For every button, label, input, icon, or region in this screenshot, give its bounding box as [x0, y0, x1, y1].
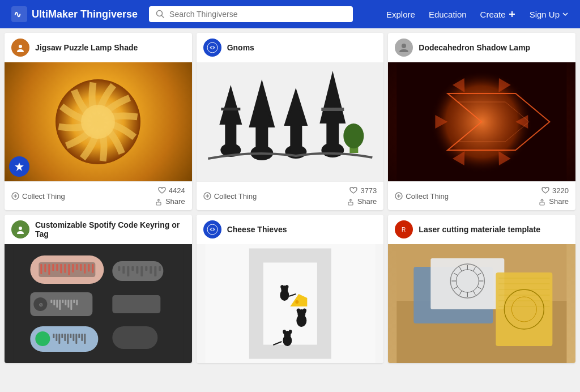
collect-button[interactable]: Collect Thing: [395, 192, 449, 201]
svg-point-38: [343, 123, 364, 148]
svg-rect-109: [127, 266, 129, 276]
svg-text:∿: ∿: [14, 10, 21, 19]
nav-explore[interactable]: Explore: [386, 10, 415, 19]
svg-rect-104: [81, 334, 83, 341]
share-row[interactable]: Share: [347, 197, 377, 206]
svg-rect-111: [136, 266, 138, 274]
svg-text:☺: ☺: [38, 301, 44, 308]
svg-rect-87: [65, 300, 66, 305]
nav-education[interactable]: Education: [429, 10, 467, 19]
svg-rect-68: [52, 264, 54, 271]
card-image[interactable]: [388, 244, 575, 363]
card-header: Cheese Thieves: [197, 215, 384, 244]
svg-rect-64: [39, 262, 95, 277]
share-row[interactable]: Share: [538, 197, 569, 206]
heart-icon: [158, 187, 166, 195]
card-image[interactable]: [5, 62, 192, 181]
svg-marker-10: [15, 163, 24, 171]
nav-signup[interactable]: Sign Up: [530, 10, 569, 19]
svg-rect-70: [60, 264, 62, 273]
share-icon: [538, 198, 546, 206]
svg-point-31: [288, 109, 303, 126]
svg-rect-91: [76, 300, 78, 305]
card-header: RLaser cutting materiale template: [388, 215, 575, 244]
svg-rect-94: [53, 334, 54, 338]
card-header: Jigsaw Puzzle Lamp Shade: [5, 33, 192, 62]
svg-rect-100: [70, 334, 71, 338]
svg-rect-42: [348, 202, 353, 205]
like-count: 3220: [552, 186, 569, 195]
like-row[interactable]: 3220: [541, 186, 569, 195]
card: Customizable Spotify Code Keyring or Tag…: [5, 215, 192, 363]
like-row[interactable]: 3773: [349, 186, 377, 195]
card: Gnoms: [197, 33, 384, 210]
svg-rect-88: [67, 300, 69, 308]
like-row[interactable]: 4424: [158, 186, 185, 195]
card-header: Gnoms: [197, 33, 384, 62]
share-row[interactable]: Share: [155, 197, 185, 206]
share-icon: [347, 198, 355, 206]
svg-rect-69: [56, 264, 58, 271]
action-group: 3220 Share: [538, 186, 569, 206]
svg-rect-115: [154, 266, 156, 276]
card: Dodecahedron Shadow Lamp Collect Thing32…: [388, 33, 575, 210]
svg-rect-84: [56, 300, 58, 308]
svg-text:R: R: [402, 227, 406, 233]
card-image[interactable]: ☺: [5, 244, 192, 363]
main-content: Jigsaw Puzzle Lamp Shade Collect Thing44…: [0, 28, 580, 368]
svg-point-22: [224, 108, 237, 124]
card-image[interactable]: [197, 62, 384, 181]
svg-rect-116: [159, 266, 161, 271]
card-title: Customizable Spotify Code Keyring or Tag: [35, 220, 185, 238]
svg-point-61: [19, 227, 22, 230]
svg-rect-78: [92, 264, 93, 273]
svg-rect-29: [290, 126, 302, 152]
svg-rect-103: [78, 334, 80, 338]
svg-rect-105: [84, 334, 86, 344]
svg-rect-85: [59, 300, 61, 310]
avatar: [11, 39, 29, 57]
card-image[interactable]: [388, 62, 575, 181]
svg-point-7: [19, 45, 22, 48]
collect-button[interactable]: Collect Thing: [203, 192, 257, 201]
card-image[interactable]: [197, 244, 384, 363]
heart-icon: [349, 187, 357, 195]
svg-rect-67: [48, 264, 50, 275]
svg-rect-74: [76, 264, 78, 270]
card: Cheese Thieves: [197, 215, 384, 363]
svg-rect-23: [221, 108, 240, 110]
svg-point-17: [211, 46, 214, 49]
card-title: Dodecahedron Shadow Lamp: [419, 43, 530, 52]
avatar: R: [395, 220, 413, 238]
card-grid: Jigsaw Puzzle Lamp Shade Collect Thing44…: [0, 28, 580, 368]
collect-button[interactable]: Collect Thing: [11, 192, 65, 201]
card-actions: Collect Thing3220 Share: [388, 181, 575, 210]
card-actions: Collect Thing3773 Share: [197, 181, 384, 210]
svg-rect-118: [112, 326, 157, 349]
svg-rect-72: [68, 264, 70, 275]
avatar: [395, 39, 413, 57]
svg-rect-110: [131, 266, 134, 271]
logo[interactable]: ∿ UltiMaker Thingiverse: [11, 6, 138, 22]
search-bar: [149, 6, 353, 22]
svg-rect-77: [88, 264, 89, 272]
featured-badge: [9, 156, 29, 177]
nav-create[interactable]: Create: [480, 10, 516, 19]
nav: Explore Education Create Sign Up: [386, 10, 569, 19]
svg-rect-73: [72, 264, 74, 272]
card-actions: Collect Thing4424 Share: [5, 181, 192, 210]
svg-line-3: [162, 16, 164, 18]
card: Jigsaw Puzzle Lamp Shade Collect Thing44…: [5, 33, 192, 210]
like-count: 3773: [360, 186, 377, 195]
avatar: [11, 220, 29, 238]
action-group: 3773 Share: [347, 186, 377, 206]
search-input[interactable]: [169, 10, 346, 19]
card-title: Jigsaw Puzzle Lamp Shade: [35, 43, 138, 52]
like-count: 4424: [169, 186, 185, 195]
svg-rect-58: [540, 202, 544, 205]
svg-rect-101: [72, 334, 74, 341]
avatar: [203, 39, 221, 57]
svg-rect-96: [58, 334, 60, 344]
svg-rect-113: [145, 266, 147, 271]
svg-rect-65: [40, 264, 42, 274]
